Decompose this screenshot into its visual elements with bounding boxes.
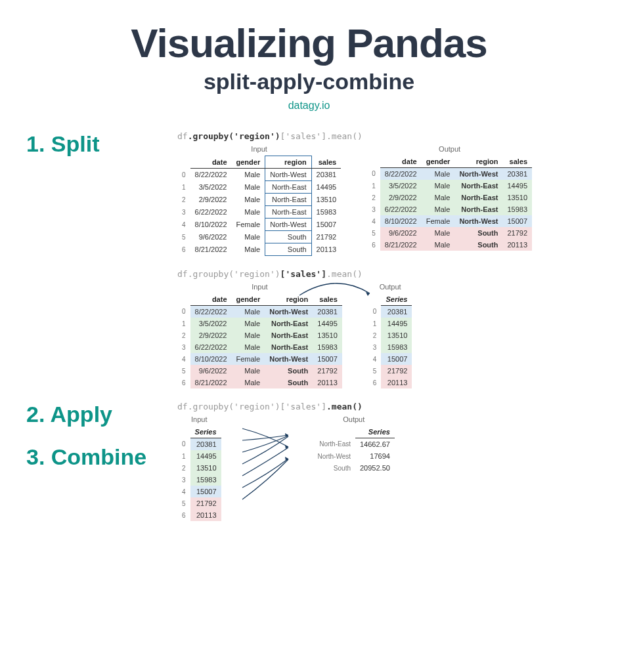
split-output-table: date gender region sales 08/22/2022MaleN… xyxy=(367,156,532,251)
table-row: 68/21/2022MaleSouth20113 xyxy=(177,377,342,388)
table-row: 415007 xyxy=(177,486,221,497)
output-label-3: Output xyxy=(313,415,395,423)
combine-output-table: Series North-East14662.67North-West17694… xyxy=(313,426,395,474)
page-subtitle: split-apply-combine xyxy=(26,69,592,94)
table-row: 59/6/2022MaleSouth21792 xyxy=(367,227,532,239)
table-row: South20952.50 xyxy=(313,462,395,474)
sales-output-table: Series 020381114495213510315983415007521… xyxy=(368,293,412,388)
code-mean: df.groupby('region')['sales'].mean() xyxy=(177,402,592,411)
table-row: 13/5/2022MaleNorth-East14495 xyxy=(177,181,341,194)
code-select-sales: df.groupby('region')['sales'].mean() xyxy=(177,269,592,279)
combine-arrows-icon xyxy=(241,415,294,514)
input-label: Input xyxy=(177,145,341,153)
table-row: 213510 xyxy=(177,462,221,474)
table-row: 521792 xyxy=(177,497,221,509)
table-row: 620113 xyxy=(368,377,412,388)
table-row: 48/10/2022FemaleNorth-West15007 xyxy=(177,353,342,365)
table-row: 22/9/2022MaleNorth-East13510 xyxy=(367,192,532,203)
table-row: 36/22/2022MaleNorth-East15983 xyxy=(177,341,342,353)
table-row: 36/22/2022MaleNorth-East15983 xyxy=(367,203,532,215)
page-title: Visualizing Pandas xyxy=(26,20,592,66)
table-row: 213510 xyxy=(368,329,412,341)
table-row: 13/5/2022MaleNorth-East14495 xyxy=(177,318,342,329)
table-row: 114495 xyxy=(177,450,221,462)
col-date: date xyxy=(190,156,232,169)
curve-arrow-icon xyxy=(296,279,375,305)
combine-input-table: Series 020381114495213510315983415007521… xyxy=(177,426,221,521)
step-split-label: 1. Split xyxy=(26,131,158,157)
table-row: North-East14662.67 xyxy=(313,438,395,451)
col-gender: gender xyxy=(232,156,265,169)
input-label-3: Input xyxy=(177,415,221,423)
table-row: North-West17694 xyxy=(313,450,395,462)
step-apply-label: 2. Apply xyxy=(26,402,158,427)
section-split: 1. Split df.groupby('region')['sales'].m… xyxy=(26,131,592,256)
table-row: 114495 xyxy=(368,318,412,329)
table-row: 59/6/2022MaleSouth21792 xyxy=(177,231,341,243)
table-row: 36/22/2022MaleNorth-East15983 xyxy=(177,206,341,219)
table-row: 68/21/2022MaleSouth20113 xyxy=(177,243,341,256)
table-row: 08/22/2022MaleNorth-West20381 xyxy=(177,306,342,318)
section-select-sales: df.groupby('region')['sales'].mean() Inp… xyxy=(26,269,592,388)
step-combine-label: 3. Combine xyxy=(26,444,158,470)
table-row: 59/6/2022MaleSouth21792 xyxy=(177,365,342,377)
output-label: Output xyxy=(367,145,532,153)
code-split: df.groupby('region')['sales'].mean() xyxy=(177,131,592,141)
col-sales: sales xyxy=(311,156,341,169)
table-row: 08/22/2022MaleNorth-West20381 xyxy=(177,169,341,181)
sales-input-table: date gender region sales 08/22/2022MaleN… xyxy=(177,293,342,388)
table-row: 020381 xyxy=(177,438,221,451)
table-row: 22/9/2022MaleNorth-East13510 xyxy=(177,329,342,341)
table-row: 020381 xyxy=(368,306,412,318)
site-link: datagy.io xyxy=(26,100,592,112)
table-row: 415007 xyxy=(368,353,412,365)
table-row: 315983 xyxy=(177,474,221,486)
table-row: 620113 xyxy=(177,509,221,521)
section-apply-combine: 2. Apply 3. Combine df.groupby('region')… xyxy=(26,402,592,521)
table-row: 08/22/2022MaleNorth-West20381 xyxy=(367,168,532,180)
table-row: 521792 xyxy=(368,365,412,377)
table-row: 22/9/2022MaleNorth-East13510 xyxy=(177,194,341,206)
table-row: 68/21/2022MaleSouth20113 xyxy=(367,239,532,251)
table-row: 48/10/2022FemaleNorth-West15007 xyxy=(367,215,532,227)
split-input-table: date gender region sales 08/22/2022MaleN… xyxy=(177,156,341,256)
col-region-boxed: region xyxy=(265,156,311,169)
table-row: 48/10/2022FemaleNorth-West15007 xyxy=(177,219,341,231)
table-row: 315983 xyxy=(368,341,412,353)
table-row: 13/5/2022MaleNorth-East14495 xyxy=(367,180,532,192)
